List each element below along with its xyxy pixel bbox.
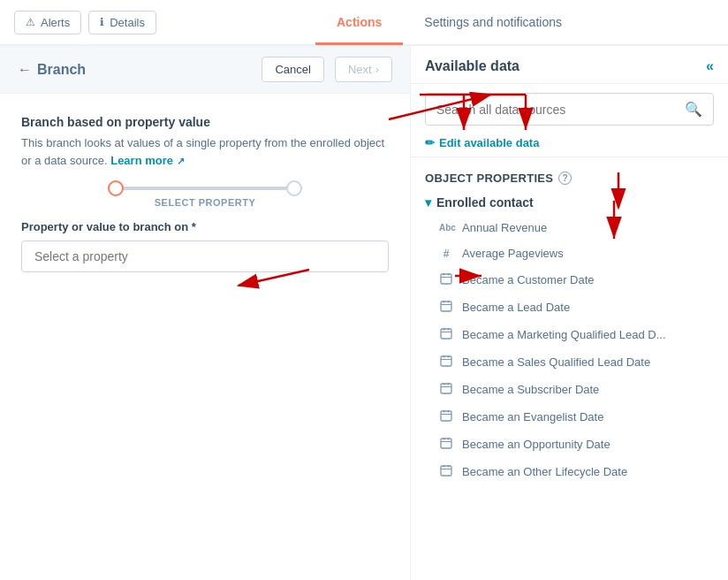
svg-rect-28 (441, 466, 451, 476)
right-panel: Available data « 🔍 ✏ Edit available data… (411, 46, 728, 580)
learn-more-link[interactable]: Learn more ↗ (110, 154, 184, 167)
property-select-input[interactable] (21, 240, 389, 272)
search-bar-container: 🔍 (411, 84, 728, 131)
enrolled-contact-group[interactable]: ▾ Enrolled contact (411, 190, 728, 215)
object-properties-header: Object properties ? (411, 166, 728, 190)
slider-thumb-right[interactable] (286, 180, 302, 196)
details-label: Details (110, 16, 145, 29)
svg-rect-4 (441, 301, 451, 311)
alerts-label: Alerts (41, 16, 70, 29)
svg-rect-20 (441, 411, 451, 421)
tab-settings[interactable]: Settings and notifications (403, 1, 583, 45)
property-item[interactable]: Became an Evangelist Date (411, 403, 728, 431)
properties-section: Object properties ? ▾ Enrolled contact A… (411, 157, 728, 580)
abc-icon: Abc (439, 223, 453, 233)
calendar-icon (439, 300, 453, 315)
svg-rect-8 (441, 329, 451, 339)
available-data-title: Available data (425, 58, 519, 74)
branch-title: Branch (37, 62, 86, 78)
cancel-button[interactable]: Cancel (262, 57, 323, 82)
section-desc: This branch looks at values of a single … (21, 134, 389, 169)
slider-label: SELECT PROPERTY (21, 197, 389, 208)
calendar-icon (439, 355, 453, 370)
search-input[interactable] (426, 95, 674, 124)
property-item[interactable]: Became a Marketing Qualified Lead D... (411, 321, 728, 348)
alert-icon: ⚠ (26, 16, 35, 28)
available-data-header: Available data « (411, 46, 728, 84)
search-bar: 🔍 (425, 93, 714, 126)
enrolled-contact-label: Enrolled contact (436, 195, 534, 210)
property-item[interactable]: Abc Annual Revenue (411, 215, 728, 240)
branch-header: ← Branch Cancel Next › (0, 46, 410, 94)
calendar-icon (439, 382, 453, 397)
hash-icon: # (439, 248, 453, 260)
main-layout: ← Branch Cancel Next › Branch based on p… (0, 46, 728, 580)
calendar-icon (439, 327, 453, 342)
svg-rect-24 (441, 439, 451, 448)
svg-rect-16 (441, 384, 451, 393)
details-button[interactable]: ℹ Details (88, 11, 156, 34)
collapse-button[interactable]: « (706, 58, 714, 74)
section-title: Branch based on property value (21, 115, 389, 129)
left-content: Branch based on property value This bran… (0, 94, 410, 294)
next-arrow-icon: › (375, 63, 379, 76)
property-item[interactable]: Became an Opportunity Date (411, 431, 728, 458)
calendar-icon (439, 409, 453, 424)
tab-actions[interactable]: Actions (315, 1, 403, 45)
slider-thumb-left[interactable] (108, 180, 124, 196)
property-item[interactable]: Became an Other Lifecycle Date (411, 458, 728, 485)
slider-container (21, 172, 389, 197)
edit-available-data-link[interactable]: ✏ Edit available data (425, 136, 714, 149)
slider-track[interactable] (108, 187, 302, 190)
property-item[interactable]: Became a Customer Date (411, 266, 728, 294)
search-icon[interactable]: 🔍 (674, 94, 713, 125)
edit-link-container: ✏ Edit available data (411, 131, 728, 157)
left-panel: ← Branch Cancel Next › Branch based on p… (0, 46, 411, 580)
svg-rect-12 (441, 356, 451, 366)
chevron-down-icon: ▾ (425, 195, 431, 210)
info-icon: ℹ (100, 16, 104, 28)
object-properties-info-icon[interactable]: ? (558, 172, 572, 185)
top-nav-tabs: Actions Settings and notifications (171, 0, 728, 44)
calendar-icon (439, 464, 453, 479)
back-button[interactable]: ← Branch (18, 62, 86, 78)
alerts-button[interactable]: ⚠ Alerts (14, 11, 81, 34)
svg-rect-0 (441, 274, 451, 284)
property-item[interactable]: Became a Lead Date (411, 294, 728, 321)
back-arrow-icon: ← (18, 62, 32, 78)
top-nav-left: ⚠ Alerts ℹ Details (0, 11, 171, 34)
top-nav: ⚠ Alerts ℹ Details Actions Settings and … (0, 0, 728, 46)
property-label: Property or value to branch on * (21, 220, 389, 233)
calendar-icon (439, 272, 453, 287)
property-item[interactable]: # Average Pageviews (411, 240, 728, 266)
edit-pen-icon: ✏ (425, 136, 435, 149)
external-link-icon: ↗ (177, 156, 185, 166)
property-item[interactable]: Became a Subscriber Date (411, 376, 728, 403)
next-button[interactable]: Next › (335, 57, 392, 82)
calendar-icon (439, 437, 453, 452)
property-item[interactable]: Became a Sales Qualified Lead Date (411, 348, 728, 376)
